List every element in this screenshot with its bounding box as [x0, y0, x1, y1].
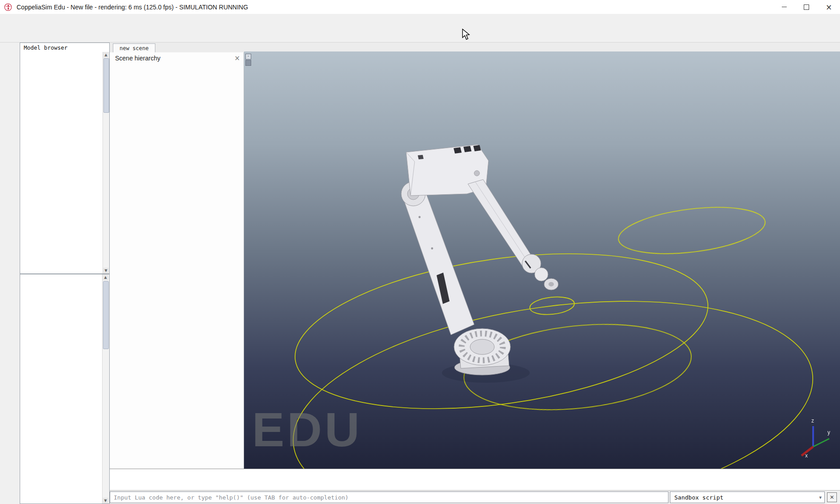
model-browser-title: Model browser [20, 43, 109, 52]
coppeliasim-window: CoppeliaSim Edu - New file - rendering: … [0, 0, 840, 504]
scene-tab[interactable]: new scene [113, 43, 155, 53]
app-logo-icon [4, 3, 12, 11]
robot-irb4600[interactable] [401, 145, 558, 383]
left-toolbar [0, 43, 20, 504]
scroll-down-icon[interactable]: ▼ [103, 498, 108, 504]
axis-y-label: y [827, 429, 830, 436]
clear-console-button[interactable]: ✕ [827, 492, 837, 502]
scroll-down-icon[interactable]: ▼ [103, 268, 109, 273]
model-thumbnails-panel: ▲ ▼ [20, 274, 110, 504]
scene-hierarchy-panel: Scene hierarchy × [110, 52, 244, 469]
scrollbar-thumb[interactable] [103, 281, 109, 349]
main-toolbar [0, 25, 840, 43]
title-bar: CoppeliaSim Edu - New file - rendering: … [0, 0, 840, 14]
model-browser-tree [20, 52, 103, 273]
scene-hierarchy-header: Scene hierarchy × [110, 52, 244, 64]
scrollbar-thumb[interactable] [103, 58, 109, 113]
window-title: CoppeliaSim Edu - New file - rendering: … [17, 4, 248, 11]
script-selector[interactable]: Sandbox script ▾ [670, 491, 825, 503]
info-handle-icon[interactable] [245, 60, 251, 66]
axis-x-label: x [805, 453, 808, 459]
close-icon[interactable]: × [234, 54, 240, 62]
edu-watermark: EDU [252, 401, 362, 457]
lua-code-input[interactable] [110, 491, 669, 503]
model-browser-scrollbar[interactable]: ▲ ▼ [103, 52, 109, 273]
thumbnails-scrollbar[interactable]: ▲ ▼ [102, 274, 109, 504]
lua-input-row: Sandbox script ▾ ✕ [110, 491, 840, 504]
scroll-up-icon[interactable]: ▲ [103, 274, 108, 280]
maximize-button[interactable] [795, 0, 818, 14]
axis-z-label: z [811, 418, 814, 424]
status-console[interactable] [110, 469, 840, 491]
scene-hierarchy-title: Scene hierarchy [115, 55, 160, 62]
script-selector-value: Sandbox script [674, 494, 816, 501]
scroll-up-icon[interactable]: ▲ [103, 52, 109, 58]
menu-bar [0, 14, 840, 25]
chevron-down-icon: ▾ [819, 495, 822, 500]
close-button[interactable]: × [818, 0, 840, 14]
collapse-info-icon[interactable]: - [245, 54, 251, 60]
viewport-3d[interactable]: - EDU z y x [244, 51, 840, 469]
minimize-button[interactable] [773, 0, 795, 14]
window-controls: × [773, 0, 840, 14]
axis-triad: z y x [792, 416, 832, 459]
model-browser-panel: Model browser ▲ ▼ [20, 43, 110, 274]
